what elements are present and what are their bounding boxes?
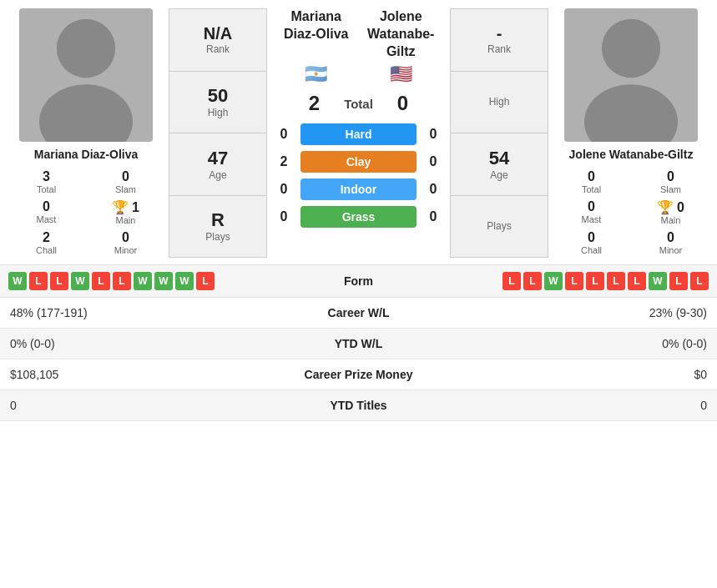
right-high-stat: High xyxy=(451,72,548,134)
stats-right-value: 23% (9-30) xyxy=(442,306,708,319)
clay-badge: Clay xyxy=(300,151,417,173)
right-minor-cell: 0 Minor xyxy=(631,228,710,258)
avatar-silhouette-right xyxy=(564,8,698,142)
right-rank-label: Rank xyxy=(487,43,511,55)
form-badge: W xyxy=(649,272,667,290)
left-chall-value: 2 xyxy=(9,230,83,245)
right-mast-value: 0 xyxy=(554,199,629,214)
stats-center-label: YTD Titles xyxy=(275,399,442,412)
form-badge: L xyxy=(50,272,68,290)
indoor-right-score: 0 xyxy=(423,182,443,197)
form-section: WLLWLLWWWL Form LLWLLLLWLL xyxy=(0,264,717,298)
right-flag: 🇺🇸 xyxy=(390,63,412,85)
right-plays-stat: Plays xyxy=(451,196,548,258)
form-badge: L xyxy=(113,272,131,290)
surface-rows: 0 Hard 0 2 Clay 0 0 Indoor 0 xyxy=(274,123,443,228)
form-badge: W xyxy=(154,272,173,290)
indoor-badge: Indoor xyxy=(300,178,417,200)
left-chall-cell: 2 Chall xyxy=(7,228,86,258)
left-high-label: High xyxy=(208,107,229,118)
left-slam-label: Slam xyxy=(88,184,163,194)
left-chall-label: Chall xyxy=(9,245,83,255)
stats-left-value: $108,105 xyxy=(10,368,275,381)
left-trophy-icon: 🏆 xyxy=(112,199,129,215)
total-left-score: 2 xyxy=(305,92,325,115)
form-badge: L xyxy=(607,272,625,290)
left-minor-label: Minor xyxy=(88,245,163,255)
svg-point-2 xyxy=(602,19,660,78)
svg-point-0 xyxy=(57,19,115,78)
left-main-value: 🏆 1 xyxy=(88,199,163,215)
main-container: Mariana Diaz-Oliva 3 Total 0 Slam 0 Mast xyxy=(0,0,717,421)
clay-right-score: 0 xyxy=(423,154,443,169)
stats-center-label: YTD W/L xyxy=(275,337,442,350)
hard-row: 0 Hard 0 xyxy=(274,123,443,145)
form-label: Form xyxy=(305,274,413,288)
left-mast-cell: 0 Mast xyxy=(7,197,86,228)
form-badge: L xyxy=(92,272,110,290)
stats-right-value: 0 xyxy=(442,399,708,412)
stats-left-value: 48% (177-191) xyxy=(10,306,275,319)
right-slam-cell: 0 Slam xyxy=(631,167,710,197)
form-badge: L xyxy=(196,272,215,290)
stats-row: 48% (177-191)Career W/L23% (9-30) xyxy=(0,298,717,329)
left-rank-label: Rank xyxy=(206,43,230,55)
left-age-label: Age xyxy=(209,169,226,181)
left-age-stat: 47 Age xyxy=(169,133,266,196)
left-player-name-header: Mariana Diaz-Oliva xyxy=(274,8,359,43)
left-high-stat: 50 High xyxy=(169,72,266,134)
left-stats-panel: N/A Rank 50 High 47 Age R Plays xyxy=(169,8,267,258)
total-right-score: 0 xyxy=(393,92,413,115)
right-player-name-header: Jolene Watanabe-Giltz xyxy=(359,8,444,60)
left-flag: 🇦🇷 xyxy=(305,63,327,85)
left-player-name: Mariana Diaz-Oliva xyxy=(34,147,139,162)
right-minor-value: 0 xyxy=(634,230,708,245)
form-badge: L xyxy=(565,272,583,290)
right-total-value: 0 xyxy=(554,169,629,184)
right-player-name: Jolene Watanabe-Giltz xyxy=(569,147,694,162)
form-badge: L xyxy=(523,272,542,290)
left-slam-value: 0 xyxy=(88,169,163,184)
stats-left-value: 0% (0-0) xyxy=(10,337,275,350)
left-main-cell: 🏆 1 Main xyxy=(86,197,165,228)
left-high-value: 50 xyxy=(208,85,228,107)
right-chall-cell: 0 Chall xyxy=(552,228,631,258)
right-age-value: 54 xyxy=(489,148,509,169)
left-player-card: Mariana Diaz-Oliva 3 Total 0 Slam 0 Mast xyxy=(7,8,165,258)
right-total-cell: 0 Total xyxy=(552,167,631,197)
left-minor-value: 0 xyxy=(88,230,163,245)
left-mast-value: 0 xyxy=(9,199,83,214)
clay-row: 2 Clay 0 xyxy=(274,151,443,173)
left-minor-cell: 0 Minor xyxy=(86,228,165,258)
left-plays-label: Plays xyxy=(205,231,230,243)
left-plays-value: R xyxy=(211,209,225,231)
hard-right-score: 0 xyxy=(423,127,443,142)
stats-rows: 48% (177-191)Career W/L23% (9-30)0% (0-0… xyxy=(0,298,717,421)
left-main-label: Main xyxy=(88,215,163,225)
right-age-stat: 54 Age xyxy=(451,133,548,196)
left-slam-cell: 0 Slam xyxy=(86,167,165,197)
right-rank-value: - xyxy=(497,24,502,43)
stats-row: 0YTD Titles0 xyxy=(0,390,717,421)
right-slam-value: 0 xyxy=(634,169,708,184)
left-player-avatar xyxy=(19,8,153,142)
stats-right-value: 0% (0-0) xyxy=(442,337,708,350)
right-total-label: Total xyxy=(554,184,629,194)
form-badge: L xyxy=(628,272,646,290)
form-badge: W xyxy=(8,272,27,290)
right-slam-label: Slam xyxy=(634,184,708,194)
left-rank-stat: N/A Rank xyxy=(169,9,266,72)
stats-row: $108,105Career Prize Money$0 xyxy=(0,359,717,390)
right-mast-cell: 0 Mast xyxy=(552,197,631,228)
center-area: Mariana Diaz-Oliva Jolene Watanabe-Giltz… xyxy=(270,8,447,228)
stats-row: 0% (0-0)YTD W/L0% (0-0) xyxy=(0,329,717,359)
right-player-card: Jolene Watanabe-Giltz 0 Total 0 Slam 0 M… xyxy=(552,8,710,258)
right-mast-label: Mast xyxy=(554,214,629,224)
left-age-value: 47 xyxy=(208,148,228,169)
left-total-cell: 3 Total xyxy=(7,167,86,197)
stats-left-value: 0 xyxy=(10,399,275,412)
right-minor-label: Minor xyxy=(634,245,708,255)
right-chall-value: 0 xyxy=(554,230,629,245)
left-rank-value: N/A xyxy=(204,24,232,43)
svg-point-1 xyxy=(39,84,133,142)
